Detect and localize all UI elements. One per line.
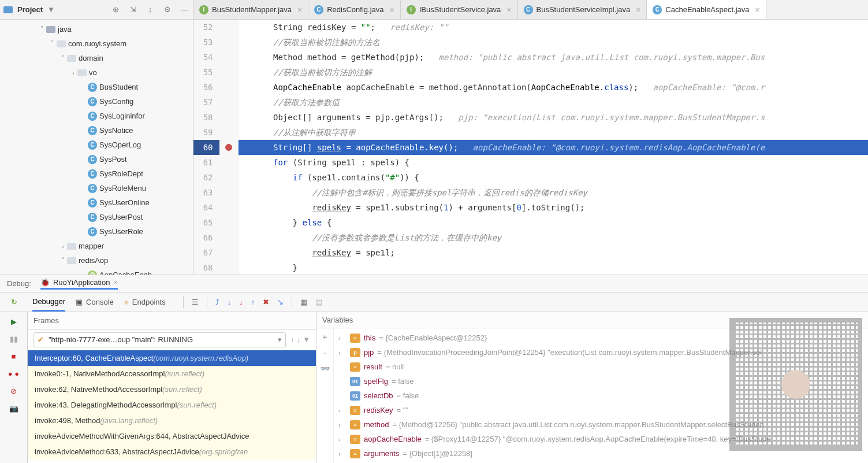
code-line[interactable]: //没有参数或者参数是List的方法，在缓存中的key [239,230,868,245]
tree-item[interactable]: ˅domain [0,51,193,65]
trace-icon[interactable]: ▤ [315,298,322,306]
tree-item[interactable]: CSysUserOnline [0,195,193,210]
tab-console[interactable]: ▣ Console [76,292,114,312]
frame-row[interactable]: invokeAdviceMethod:633, AbstractAspectJA… [28,444,316,460]
code-line[interactable]: } else { [239,215,868,230]
frames-list[interactable]: Interceptor:60, CacheEnableAspect (com.r… [28,350,316,463]
tree-item[interactable]: CSysOperLog [0,138,193,152]
editor-tab[interactable]: CRedisConfig.java× [308,0,400,19]
code-line[interactable]: String[] spels = aopCacheEnable.key(); a… [239,140,868,155]
code-line[interactable]: //获取当前被切注解的方法名 [239,35,868,50]
close-icon[interactable]: × [297,5,302,14]
tree-item[interactable]: CBusStudent [0,80,193,94]
editor-tab[interactable]: CBusStudentServiceImpl.java× [518,0,647,19]
var-icon: p [350,348,360,357]
code-line[interactable]: //从注解中获取字符串 [239,125,868,140]
code-line[interactable]: redisKey = spe1l.substring(1) + argument… [239,200,868,215]
tree-item[interactable]: CSysNotice [0,123,193,138]
evaluate-icon[interactable]: ▦ [300,298,307,306]
camera-icon[interactable]: 📷 [8,402,20,414]
code-line[interactable]: redisKey = spe1l; [239,245,868,260]
step-over-icon[interactable]: ⤴ [215,298,219,306]
editor-tab[interactable]: IBusStudentMapper.java× [193,0,308,19]
editor-tab[interactable]: CCacheEnableAspect.java× [647,0,766,19]
stop-icon[interactable]: ■ [8,350,20,362]
gear-icon[interactable]: ⚙ [163,5,172,14]
force-step-into-icon[interactable]: ↓ [239,298,243,306]
close-icon[interactable]: × [755,5,760,14]
collapse-icon[interactable]: ↕ [146,5,155,14]
tree-item[interactable]: ›mapper [0,239,193,253]
mute-bp-icon[interactable]: ⊘ [8,385,20,397]
tree-item[interactable]: ˅com.ruoyi.system [0,36,193,51]
var-icon: ≡ [350,420,360,429]
code-line[interactable]: } [239,260,868,275]
step-out-icon[interactable]: ↑ [251,298,255,306]
prev-frame-icon[interactable]: ↑ [290,335,295,344]
project-title[interactable]: Project [17,5,43,14]
run-config[interactable]: 🐞 RuoYiApplication × [40,278,118,290]
close-icon[interactable]: × [636,5,640,14]
tree-item[interactable]: CSysConfig [0,94,193,109]
chevron-down-icon[interactable]: ▾ [278,335,282,344]
tree-label: SysRoleMenu [99,184,146,192]
tab-endpoints[interactable]: ⟐ Endpoints [124,292,166,312]
tree-item[interactable]: CSysPost [0,152,193,166]
code-line[interactable]: //获取当前被切方法的注解 [239,65,868,80]
editor[interactable]: 5253545556575859606162636465666768 Strin… [193,20,868,275]
thread-dropdown[interactable]: ✔ "http-nio-7777-exe…oup "main": RUNNING… [33,332,286,347]
run-to-cursor-icon[interactable]: ↘ [277,298,284,306]
tree-item[interactable]: CSysRoleMenu [0,181,193,195]
expand-icon[interactable]: ⇲ [128,5,137,14]
tree-item[interactable]: ˅java [0,22,193,36]
remove-watch-icon[interactable]: － [321,348,329,358]
tree-item[interactable]: ˅redisAop [0,253,193,268]
frame-row[interactable]: invoke:62, NativeMethodAccessorImpl (sun… [28,381,316,397]
locate-icon[interactable]: ⊕ [111,5,120,14]
drop-frame-icon[interactable]: ✖ [263,298,269,306]
glasses-icon[interactable]: 👓 [321,364,330,373]
editor-tab[interactable]: IIBusStudentService.java× [401,0,518,19]
iface-icon: I [407,5,416,14]
tree-item[interactable]: @AopCacheEnab [0,268,193,275]
add-watch-icon[interactable]: ＋ [321,332,329,342]
tree-item[interactable]: CSysLogininfor [0,109,193,123]
close-icon[interactable]: × [506,5,511,14]
tree-item[interactable]: CSysUserPost [0,210,193,224]
hide-icon[interactable]: — [180,5,189,14]
close-icon[interactable]: × [113,278,118,287]
rerun-icon[interactable]: ↻ [0,292,28,312]
chevron-down-icon[interactable]: ▼ [47,5,55,14]
code-line[interactable]: //注解中包含#标识，则需要拼接spel字符串，返回redis的存储redisK… [239,185,868,200]
close-icon[interactable]: × [390,5,394,14]
resume-icon[interactable]: ▶ [8,316,20,327]
threads-icon[interactable]: ☰ [192,298,199,306]
filter-icon[interactable]: ▼ [303,335,310,344]
code-line[interactable]: for (String spe1l : spels) { [239,155,868,170]
folder2-icon [67,257,76,264]
project-icon [3,6,13,13]
frame-row[interactable]: invokeAdviceMethodWithGivenArgs:644, Abs… [28,428,316,444]
pause-icon[interactable]: ▮▮ [8,333,20,345]
code-line[interactable]: //获取方法参数值 [239,95,868,110]
frame-row[interactable]: invoke:43, DelegatingMethodAccessorImpl … [28,397,316,413]
next-frame-icon[interactable]: ↓ [297,335,301,344]
code-line[interactable]: Method method = getMethod(pjp); method: … [239,50,868,65]
frame-row[interactable]: Interceptor:60, CacheEnableAspect (com.r… [28,350,316,366]
gutter[interactable]: 5253545556575859606162636465666768 [193,20,239,275]
editor-tabs: IBusStudentMapper.java×CRedisConfig.java… [193,0,868,20]
project-tree[interactable]: ˅java˅com.ruoyi.system˅domain›voCBusStud… [0,20,193,275]
tree-item[interactable]: ›vo [0,65,193,80]
tree-item[interactable]: CSysUserRole [0,224,193,239]
tab-debugger[interactable]: Debugger [32,292,65,312]
tree-item[interactable]: CSysRoleDept [0,166,193,181]
code-line[interactable]: AopCacheEnable aopCacheEnable = method.g… [239,80,868,95]
code-line[interactable]: Object[] arguments = pjp.getArgs(); pjp:… [239,110,868,125]
frame-row[interactable]: invoke:498, Method (java.lang.reflect) [28,413,316,428]
breakpoints-icon[interactable]: ● ● [8,368,20,379]
code-line[interactable]: String redisKey = ""; redisKey: "" [239,20,868,35]
code-line[interactable]: if (spe1l.contains("#")) { [239,170,868,185]
code[interactable]: String redisKey = ""; redisKey: ""//获取当前… [239,20,868,275]
step-into-icon[interactable]: ↓ [228,298,232,306]
frame-row[interactable]: invoke0:-1, NativeMethodAccessorImpl (su… [28,366,316,381]
